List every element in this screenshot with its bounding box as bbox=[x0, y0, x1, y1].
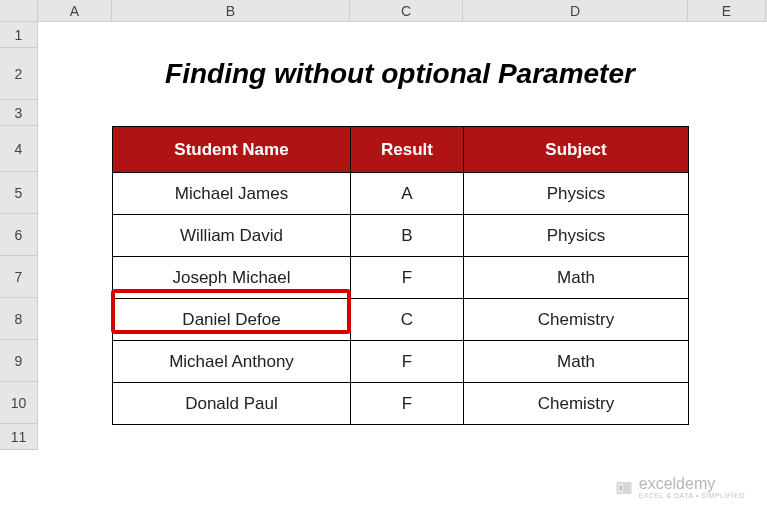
watermark-text: exceldemy EXCEL & DATA • SIMPLIFIED bbox=[639, 476, 745, 499]
cell-subject[interactable]: Math bbox=[464, 257, 689, 299]
header-subject[interactable]: Subject bbox=[464, 127, 689, 173]
cell-result[interactable]: F bbox=[351, 383, 464, 425]
row-header-7[interactable]: 7 bbox=[0, 256, 38, 298]
table-row: Michael James A Physics bbox=[113, 173, 689, 215]
header-student-name[interactable]: Student Name bbox=[113, 127, 351, 173]
watermark-main: exceldemy bbox=[639, 476, 745, 492]
row-header-9[interactable]: 9 bbox=[0, 340, 38, 382]
table-row: Joseph Michael F Math bbox=[113, 257, 689, 299]
cell-result[interactable]: F bbox=[351, 257, 464, 299]
cell-subject[interactable]: Math bbox=[464, 341, 689, 383]
excel-icon bbox=[615, 479, 633, 497]
row-header-6[interactable]: 6 bbox=[0, 214, 38, 256]
select-all-corner[interactable] bbox=[0, 0, 38, 22]
col-header-B[interactable]: B bbox=[112, 0, 350, 21]
cell-name[interactable]: Joseph Michael bbox=[113, 257, 351, 299]
cell-subject[interactable]: Physics bbox=[464, 173, 689, 215]
cell-subject[interactable]: Physics bbox=[464, 215, 689, 257]
cell-result[interactable]: F bbox=[351, 341, 464, 383]
column-headers: A B C D E bbox=[0, 0, 767, 22]
table-row: Michael Anthony F Math bbox=[113, 341, 689, 383]
cell-subject[interactable]: Chemistry bbox=[464, 299, 689, 341]
col-header-C[interactable]: C bbox=[350, 0, 463, 21]
cell-name[interactable]: Michael James bbox=[113, 173, 351, 215]
cell-name[interactable]: Michael Anthony bbox=[113, 341, 351, 383]
row-header-3[interactable]: 3 bbox=[0, 100, 38, 126]
cell-result[interactable]: C bbox=[351, 299, 464, 341]
row-header-2[interactable]: 2 bbox=[0, 48, 38, 100]
col-header-D[interactable]: D bbox=[463, 0, 688, 21]
cell-name[interactable]: Donald Paul bbox=[113, 383, 351, 425]
row-headers: 1 2 3 4 5 6 7 8 9 10 11 bbox=[0, 22, 38, 450]
title-cell[interactable]: Finding without optional Parameter bbox=[112, 48, 688, 100]
row-header-10[interactable]: 10 bbox=[0, 382, 38, 424]
spreadsheet-grid: A B C D E 1 2 3 4 5 6 7 8 9 10 11 Findin… bbox=[0, 0, 767, 517]
cell-subject[interactable]: Chemistry bbox=[464, 383, 689, 425]
col-header-A[interactable]: A bbox=[38, 0, 112, 21]
watermark-sub: EXCEL & DATA • SIMPLIFIED bbox=[639, 492, 745, 499]
cell-name[interactable]: William David bbox=[113, 215, 351, 257]
row-header-11[interactable]: 11 bbox=[0, 424, 38, 450]
table-header-row: Student Name Result Subject bbox=[113, 127, 689, 173]
watermark: exceldemy EXCEL & DATA • SIMPLIFIED bbox=[615, 476, 745, 499]
cell-result[interactable]: A bbox=[351, 173, 464, 215]
row-header-4[interactable]: 4 bbox=[0, 126, 38, 172]
table-row: William David B Physics bbox=[113, 215, 689, 257]
table-row: Daniel Defoe C Chemistry bbox=[113, 299, 689, 341]
row-header-1[interactable]: 1 bbox=[0, 22, 38, 48]
row-header-5[interactable]: 5 bbox=[0, 172, 38, 214]
data-table: Student Name Result Subject Michael Jame… bbox=[112, 126, 689, 425]
header-result[interactable]: Result bbox=[351, 127, 464, 173]
cell-name[interactable]: Daniel Defoe bbox=[113, 299, 351, 341]
page-title: Finding without optional Parameter bbox=[165, 58, 635, 90]
table-row: Donald Paul F Chemistry bbox=[113, 383, 689, 425]
col-header-E[interactable]: E bbox=[688, 0, 766, 21]
row-header-8[interactable]: 8 bbox=[0, 298, 38, 340]
cell-result[interactable]: B bbox=[351, 215, 464, 257]
